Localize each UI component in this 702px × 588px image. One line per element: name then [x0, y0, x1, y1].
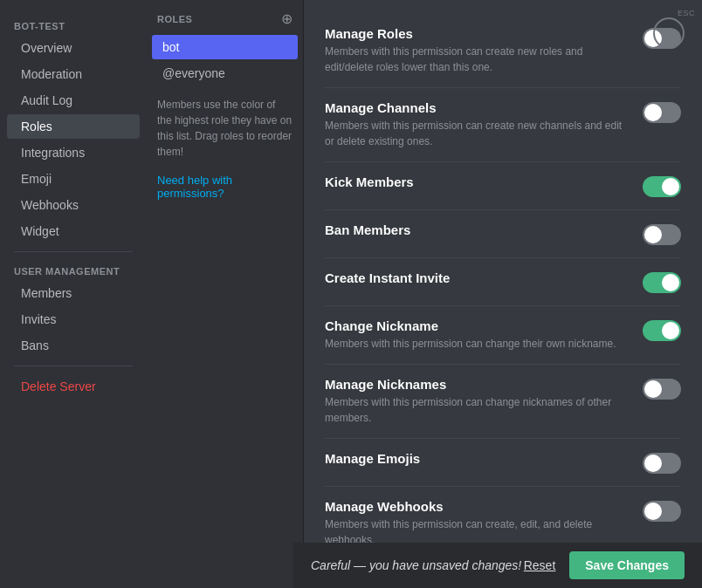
- toggle-manage-emojis[interactable]: [643, 453, 681, 474]
- close-icon: ✕: [664, 25, 675, 42]
- permission-info-kick-members: Kick Members: [325, 174, 643, 192]
- permission-desc-manage-channels: Members with this permission can create …: [325, 118, 629, 149]
- role-item-everyone[interactable]: @everyone: [152, 61, 298, 85]
- permissions-content: Manage RolesMembers with this permission…: [304, 0, 702, 588]
- roles-panel-header: ROLES ⊕: [147, 10, 303, 34]
- sidebar-item-moderation[interactable]: Moderation: [7, 62, 140, 86]
- sidebar-divider: [14, 251, 133, 252]
- toggle-thumb-manage-nicknames: [644, 380, 662, 398]
- toggle-thumb-create-instant-invite: [662, 274, 679, 291]
- toggle-thumb-manage-webhooks: [644, 503, 662, 520]
- toggle-thumb-ban-members: [644, 226, 662, 243]
- toggle-change-nickname[interactable]: [643, 320, 681, 341]
- permission-row-manage-roles: Manage RolesMembers with this permission…: [325, 14, 681, 88]
- toggle-manage-nicknames[interactable]: [643, 379, 681, 400]
- permission-row-ban-members: Ban Members: [325, 210, 681, 258]
- esc-label: ESC: [678, 9, 695, 17]
- permission-name-manage-nicknames: Manage Nicknames: [325, 377, 629, 392]
- save-changes-button[interactable]: Save Changes: [569, 551, 685, 579]
- roles-hint: Members use the color of the highest rol…: [147, 86, 303, 170]
- permission-row-manage-channels: Manage ChannelsMembers with this permiss…: [325, 88, 681, 162]
- sidebar-item-delete-server[interactable]: Delete Server: [7, 374, 140, 399]
- sidebar-item-invites[interactable]: Invites: [7, 307, 140, 332]
- sidebar-divider-2: [14, 366, 133, 366]
- role-item-bot[interactable]: bot: [152, 35, 298, 59]
- add-role-icon[interactable]: ⊕: [281, 10, 292, 27]
- sidebar-item-overview[interactable]: Overview: [7, 36, 140, 60]
- toggle-thumb-manage-emojis: [644, 455, 662, 472]
- permission-info-change-nickname: Change NicknameMembers with this permiss…: [325, 318, 643, 352]
- permission-name-manage-emojis: Manage Emojis: [325, 451, 629, 466]
- permission-row-change-nickname: Change NicknameMembers with this permiss…: [325, 306, 681, 365]
- sidebar-item-roles[interactable]: Roles: [7, 114, 140, 139]
- permission-name-manage-channels: Manage Channels: [325, 100, 629, 115]
- permission-info-manage-emojis: Manage Emojis: [325, 451, 643, 468]
- permission-info-create-instant-invite: Create Instant Invite: [325, 270, 643, 288]
- permission-name-manage-roles: Manage Roles: [325, 26, 629, 41]
- close-button-area: ✕ ESC: [678, 7, 695, 17]
- permission-desc-change-nickname: Members with this permission can change …: [325, 336, 629, 352]
- permission-name-create-instant-invite: Create Instant Invite: [325, 270, 629, 285]
- permission-name-change-nickname: Change Nickname: [325, 318, 629, 333]
- toggle-ban-members[interactable]: [643, 224, 681, 245]
- permission-info-manage-webhooks: Manage WebhooksMembers with this permiss…: [325, 499, 643, 548]
- sidebar-item-bans[interactable]: Bans: [7, 333, 140, 358]
- toggle-manage-channels[interactable]: [643, 102, 681, 123]
- permission-desc-manage-roles: Members with this permission can create …: [325, 44, 629, 75]
- permission-info-manage-roles: Manage RolesMembers with this permission…: [325, 26, 643, 75]
- toggle-thumb-kick-members: [662, 178, 679, 195]
- permission-name-kick-members: Kick Members: [325, 174, 629, 189]
- unsaved-actions: Reset Save Changes: [524, 551, 685, 579]
- roles-help-link[interactable]: Need help with permissions?: [147, 170, 303, 203]
- toggle-create-instant-invite[interactable]: [643, 272, 681, 293]
- permission-info-manage-nicknames: Manage NicknamesMembers with this permis…: [325, 377, 643, 426]
- close-button[interactable]: ✕: [653, 17, 685, 49]
- permission-info-ban-members: Ban Members: [325, 222, 643, 240]
- permission-row-manage-emojis: Manage Emojis: [325, 439, 681, 487]
- permission-row-create-instant-invite: Create Instant Invite: [325, 258, 681, 306]
- toggle-kick-members[interactable]: [643, 176, 681, 197]
- permission-name-manage-webhooks: Manage Webhooks: [325, 499, 629, 514]
- sidebar-item-webhooks[interactable]: Webhooks: [7, 193, 140, 217]
- server-label: BOT-TEST: [0, 14, 147, 35]
- sidebar-item-audit-log[interactable]: Audit Log: [7, 88, 140, 113]
- user-management-label: USER MANAGEMENT: [0, 259, 147, 280]
- sidebar-item-widget[interactable]: Widget: [7, 219, 140, 243]
- sidebar-item-integrations[interactable]: Integrations: [7, 140, 140, 165]
- toggle-manage-webhooks[interactable]: [643, 501, 681, 522]
- toggle-thumb-manage-channels: [644, 104, 662, 121]
- sidebar-item-emoji[interactable]: Emoji: [7, 167, 140, 191]
- permission-row-manage-nicknames: Manage NicknamesMembers with this permis…: [325, 365, 681, 439]
- permission-row-kick-members: Kick Members: [325, 162, 681, 210]
- roles-panel-title: ROLES: [157, 14, 192, 24]
- reset-button[interactable]: Reset: [524, 558, 556, 572]
- unsaved-bar: Careful — you have unsaved changes! Rese…: [293, 543, 702, 588]
- main-area: ROLES ⊕ bot @everyone Members use the co…: [147, 0, 702, 588]
- unsaved-message: Careful — you have unsaved changes!: [311, 558, 521, 572]
- sidebar-item-members[interactable]: Members: [7, 281, 140, 305]
- permission-name-ban-members: Ban Members: [325, 222, 629, 237]
- toggle-thumb-change-nickname: [662, 322, 679, 339]
- permission-info-manage-channels: Manage ChannelsMembers with this permiss…: [325, 100, 643, 149]
- roles-panel: ROLES ⊕ bot @everyone Members use the co…: [147, 0, 304, 588]
- permission-desc-manage-nicknames: Members with this permission can change …: [325, 394, 629, 426]
- sidebar: BOT-TEST Overview Moderation Audit Log R…: [0, 0, 147, 588]
